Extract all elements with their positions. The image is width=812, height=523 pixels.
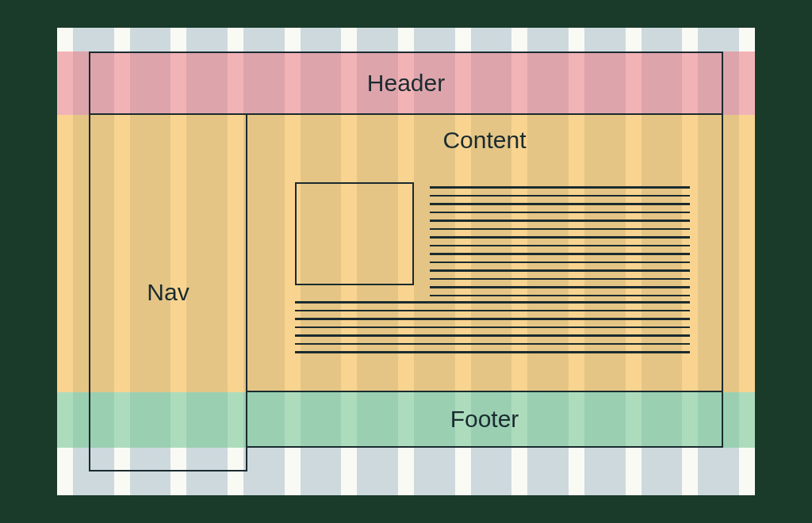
text-line <box>430 262 690 264</box>
text-lines-full <box>295 301 690 360</box>
text-line <box>430 245 690 247</box>
text-line <box>430 186 690 189</box>
layout-diagram: Header Nav Content <box>57 28 755 495</box>
text-line <box>430 236 690 239</box>
nav-region: Nav <box>89 115 247 471</box>
text-line <box>430 286 690 288</box>
text-line <box>430 269 690 272</box>
text-line <box>430 295 690 297</box>
footer-label: Footer <box>450 406 519 433</box>
text-line <box>295 301 690 303</box>
text-line <box>295 343 690 345</box>
text-line <box>430 220 690 222</box>
text-line <box>430 278 690 281</box>
text-line <box>430 195 690 197</box>
text-line <box>430 253 690 255</box>
image-placeholder <box>295 182 414 285</box>
text-line <box>430 212 690 214</box>
text-line <box>295 334 690 337</box>
header-label: Header <box>367 70 445 97</box>
content-region: Content <box>247 115 723 392</box>
text-lines-wrapped <box>430 186 690 303</box>
nav-label: Nav <box>147 279 189 306</box>
text-line <box>295 351 690 353</box>
header-region: Header <box>89 52 723 115</box>
footer-region: Footer <box>247 392 723 448</box>
content-label: Content <box>442 127 526 153</box>
text-line <box>295 318 690 320</box>
text-line <box>430 203 690 205</box>
text-line <box>430 228 690 231</box>
text-line <box>295 310 690 312</box>
text-line <box>295 326 690 329</box>
